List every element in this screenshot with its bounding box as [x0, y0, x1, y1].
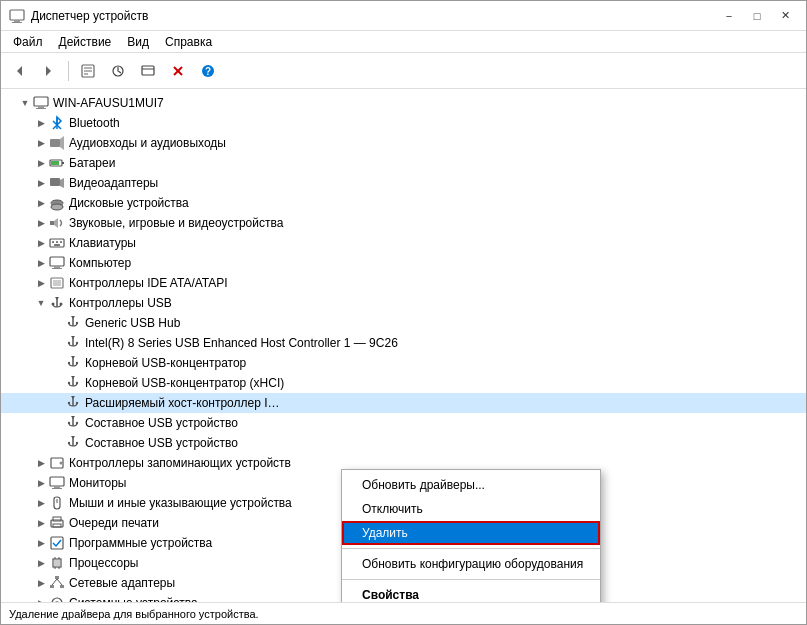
svg-point-51	[68, 382, 70, 384]
tree-item-usb[interactable]: ▼ Контроллеры USB	[1, 293, 806, 313]
tree-root[interactable]: ▼ WIN-AFAUSU1MUI7	[1, 93, 806, 113]
usb-root-label: Корневой USB-концентратор	[85, 356, 246, 370]
tree-item-usb-comp2[interactable]: Составное USB устройство	[1, 433, 806, 453]
tree-item-usb-root[interactable]: Корневой USB-концентратор	[1, 353, 806, 373]
tree-item-audio[interactable]: ▶ Аудиовходы и аудиовыходы	[1, 133, 806, 153]
expand[interactable]: ▶	[33, 573, 49, 593]
expand-empty	[49, 433, 65, 453]
expand[interactable]: ▶	[33, 593, 49, 602]
expand-empty	[49, 393, 65, 413]
forward-button[interactable]	[35, 57, 63, 85]
delete-button[interactable]	[164, 57, 192, 85]
ctx-sep-1	[342, 548, 600, 549]
svg-rect-0	[10, 10, 24, 20]
tree-item-video[interactable]: ▶ Видеоадаптеры	[1, 173, 806, 193]
ctx-properties[interactable]: Свойства	[342, 583, 600, 602]
root-label: WIN-AFAUSU1MUI7	[53, 96, 164, 110]
usb-comp1-label: Составное USB устройство	[85, 416, 238, 430]
svg-rect-1	[14, 20, 20, 22]
tree-item-keyboard[interactable]: ▶ Клавиатуры	[1, 233, 806, 253]
expand[interactable]: ▶	[33, 173, 49, 193]
expand[interactable]: ▼	[33, 293, 49, 313]
expand[interactable]: ▶	[33, 113, 49, 133]
tree-item-usb-ext[interactable]: Расширяемый хост-контроллер Intel(R)...	[1, 393, 806, 413]
sound-icon	[49, 215, 65, 231]
usb-generic-label: Generic USB Hub	[85, 316, 180, 330]
expand[interactable]: ▶	[33, 213, 49, 233]
expand[interactable]: ▶	[33, 513, 49, 533]
svg-point-60	[68, 442, 70, 444]
svg-point-46	[76, 342, 78, 344]
disk-label: Дисковые устройства	[69, 196, 189, 210]
svg-rect-74	[54, 560, 60, 566]
expand[interactable]: ▶	[33, 273, 49, 293]
svg-rect-71	[53, 524, 61, 527]
back-button[interactable]	[5, 57, 33, 85]
ctx-delete[interactable]: Удалить	[342, 521, 600, 545]
software-icon	[49, 535, 65, 551]
svg-rect-30	[52, 241, 54, 243]
title-bar: Диспетчер устройств − □ ✕	[1, 1, 806, 31]
properties-button[interactable]	[74, 57, 102, 85]
svg-point-85	[55, 601, 59, 602]
storage-icon	[49, 455, 65, 471]
svg-marker-18	[60, 136, 64, 150]
tree-item-battery[interactable]: ▶ Батареи	[1, 153, 806, 173]
menu-help[interactable]: Справка	[157, 33, 220, 51]
svg-point-54	[68, 402, 70, 404]
svg-marker-44	[71, 316, 75, 319]
expand[interactable]: ▶	[33, 453, 49, 473]
print-icon	[49, 515, 65, 531]
update-driver-button[interactable]	[104, 57, 132, 85]
ctx-scan[interactable]: Обновить конфигурацию оборудования	[342, 552, 600, 576]
svg-rect-20	[62, 162, 64, 164]
tree-item-ide[interactable]: ▶ Контроллеры IDE ATA/ATAPI	[1, 273, 806, 293]
svg-marker-62	[71, 436, 75, 439]
network-label: Сетевые адаптеры	[69, 576, 175, 590]
tree-item-usb-generic[interactable]: Generic USB Hub	[1, 313, 806, 333]
svg-point-57	[68, 422, 70, 424]
svg-marker-47	[71, 336, 75, 339]
tree-item-usb-comp1[interactable]: Составное USB устройство	[1, 413, 806, 433]
menu-file[interactable]: Файл	[5, 33, 51, 51]
minimize-button[interactable]: −	[716, 5, 742, 27]
svg-marker-53	[71, 376, 75, 379]
expand[interactable]: ▶	[33, 473, 49, 493]
expand[interactable]: ▶	[33, 133, 49, 153]
expand[interactable]: ▶	[33, 553, 49, 573]
svg-line-82	[52, 579, 57, 585]
close-button[interactable]: ✕	[772, 5, 798, 27]
usb-label: Контроллеры USB	[69, 296, 172, 310]
tree-item-computer[interactable]: ▶ Компьютер	[1, 253, 806, 273]
system-icon	[49, 595, 65, 602]
tree-item-usb-root2[interactable]: Корневой USB-концентратор (xHCI)	[1, 373, 806, 393]
maximize-button[interactable]: □	[744, 5, 770, 27]
context-menu: Обновить драйверы... Отключить Удалить О…	[341, 469, 601, 602]
menu-action[interactable]: Действие	[51, 33, 120, 51]
expand[interactable]: ▶	[33, 493, 49, 513]
scan-hardware-button[interactable]	[134, 57, 162, 85]
expand[interactable]: ▶	[33, 253, 49, 273]
keyboard-label: Клавиатуры	[69, 236, 136, 250]
ctx-disable[interactable]: Отключить	[342, 497, 600, 521]
expand[interactable]: ▶	[33, 533, 49, 553]
monitors-label: Мониторы	[69, 476, 126, 490]
root-expand[interactable]: ▼	[17, 93, 33, 113]
usb-intel-label: Intel(R) 8 Series USB Enhanced Host Cont…	[85, 336, 398, 350]
svg-rect-34	[50, 257, 64, 266]
expand[interactable]: ▶	[33, 233, 49, 253]
svg-rect-81	[60, 585, 64, 588]
svg-marker-56	[71, 396, 75, 399]
sound-label: Звуковые, игровые и видеоустройства	[69, 216, 283, 230]
tree-item-sound[interactable]: ▶ Звуковые, игровые и видеоустройства	[1, 213, 806, 233]
expand[interactable]: ▶	[33, 193, 49, 213]
tree-item-bluetooth[interactable]: ▶ Bluetooth	[1, 113, 806, 133]
help-button[interactable]: ?	[194, 57, 222, 85]
expand[interactable]: ▶	[33, 153, 49, 173]
svg-rect-38	[53, 280, 61, 286]
usb-comp1-icon	[65, 415, 81, 431]
ctx-update-driver[interactable]: Обновить драйверы...	[342, 473, 600, 497]
tree-item-disk[interactable]: ▶ Дисковые устройства	[1, 193, 806, 213]
tree-item-usb-intel[interactable]: Intel(R) 8 Series USB Enhanced Host Cont…	[1, 333, 806, 353]
menu-view[interactable]: Вид	[119, 33, 157, 51]
